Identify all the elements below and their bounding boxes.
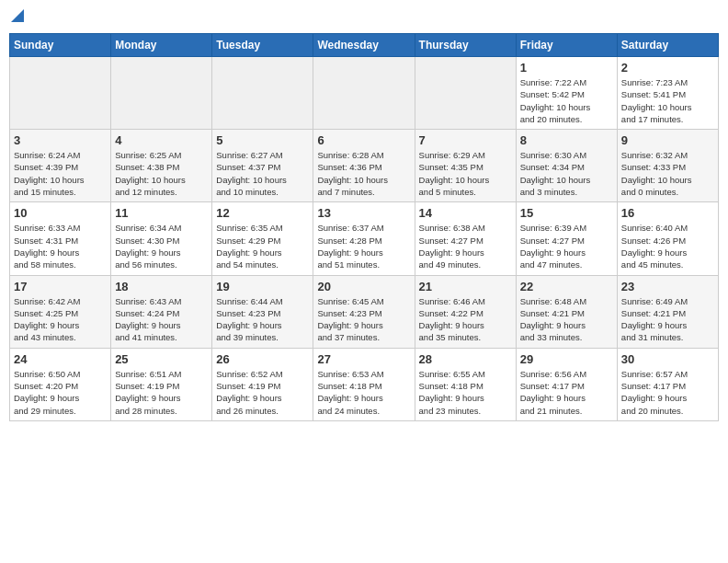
day-info: Sunrise: 6:48 AM Sunset: 4:21 PM Dayligh… — [520, 295, 613, 344]
day-info: Sunrise: 6:40 AM Sunset: 4:26 PM Dayligh… — [621, 222, 714, 270]
day-number: 9 — [621, 133, 714, 147]
calendar-day-cell: 24Sunrise: 6:50 AM Sunset: 4:20 PM Dayli… — [10, 348, 111, 420]
calendar-day-cell — [111, 57, 212, 130]
calendar-day-cell: 16Sunrise: 6:40 AM Sunset: 4:26 PM Dayli… — [617, 202, 718, 275]
day-number: 24 — [14, 352, 107, 366]
calendar-table: SundayMondayTuesdayWednesdayThursdayFrid… — [9, 33, 719, 421]
day-number: 25 — [115, 352, 208, 366]
weekday-header: Friday — [516, 34, 617, 57]
day-number: 1 — [520, 61, 613, 75]
calendar-day-cell: 1Sunrise: 7:22 AM Sunset: 5:42 PM Daylig… — [516, 57, 617, 130]
weekday-header-row: SundayMondayTuesdayWednesdayThursdayFrid… — [10, 34, 719, 57]
calendar-day-cell — [212, 57, 313, 130]
day-number: 14 — [419, 206, 512, 220]
day-info: Sunrise: 6:32 AM Sunset: 4:33 PM Dayligh… — [621, 149, 714, 198]
calendar-day-cell: 14Sunrise: 6:38 AM Sunset: 4:27 PM Dayli… — [415, 202, 516, 275]
calendar-week-row: 24Sunrise: 6:50 AM Sunset: 4:20 PM Dayli… — [10, 348, 719, 420]
day-info: Sunrise: 6:46 AM Sunset: 4:22 PM Dayligh… — [419, 295, 512, 344]
day-info: Sunrise: 6:33 AM Sunset: 4:31 PM Dayligh… — [14, 222, 107, 270]
day-info: Sunrise: 6:37 AM Sunset: 4:28 PM Dayligh… — [317, 222, 410, 270]
calendar-day-cell: 5Sunrise: 6:27 AM Sunset: 4:37 PM Daylig… — [212, 130, 313, 202]
day-info: Sunrise: 6:52 AM Sunset: 4:19 PM Dayligh… — [216, 368, 309, 417]
day-number: 29 — [520, 352, 613, 366]
weekday-header: Thursday — [415, 34, 516, 57]
day-info: Sunrise: 6:29 AM Sunset: 4:35 PM Dayligh… — [419, 149, 512, 198]
day-info: Sunrise: 6:50 AM Sunset: 4:20 PM Dayligh… — [14, 368, 107, 417]
svg-marker-0 — [11, 9, 24, 22]
day-number: 20 — [317, 280, 410, 293]
calendar-week-row: 3Sunrise: 6:24 AM Sunset: 4:39 PM Daylig… — [10, 130, 719, 202]
day-info: Sunrise: 6:38 AM Sunset: 4:27 PM Dayligh… — [419, 222, 512, 270]
calendar-day-cell: 30Sunrise: 6:57 AM Sunset: 4:17 PM Dayli… — [617, 348, 718, 420]
calendar-day-cell: 10Sunrise: 6:33 AM Sunset: 4:31 PM Dayli… — [10, 202, 111, 275]
calendar-week-row: 1Sunrise: 7:22 AM Sunset: 5:42 PM Daylig… — [10, 57, 719, 130]
weekday-header: Saturday — [617, 34, 718, 57]
day-number: 12 — [216, 206, 309, 220]
calendar-week-row: 10Sunrise: 6:33 AM Sunset: 4:31 PM Dayli… — [10, 202, 719, 275]
day-number: 3 — [14, 133, 107, 147]
day-number: 6 — [317, 133, 410, 147]
day-number: 26 — [216, 352, 309, 366]
day-number: 7 — [419, 133, 512, 147]
calendar-day-cell: 26Sunrise: 6:52 AM Sunset: 4:19 PM Dayli… — [212, 348, 313, 420]
calendar-day-cell: 2Sunrise: 7:23 AM Sunset: 5:41 PM Daylig… — [617, 57, 718, 130]
calendar-day-cell — [10, 57, 111, 130]
day-number: 11 — [115, 206, 208, 220]
day-info: Sunrise: 6:56 AM Sunset: 4:17 PM Dayligh… — [520, 368, 613, 417]
calendar-day-cell: 22Sunrise: 6:48 AM Sunset: 4:21 PM Dayli… — [516, 275, 617, 348]
day-number: 30 — [621, 352, 714, 366]
day-info: Sunrise: 6:57 AM Sunset: 4:17 PM Dayligh… — [621, 368, 714, 417]
calendar-week-row: 17Sunrise: 6:42 AM Sunset: 4:25 PM Dayli… — [10, 275, 719, 348]
day-info: Sunrise: 6:53 AM Sunset: 4:18 PM Dayligh… — [317, 368, 410, 417]
day-info: Sunrise: 6:51 AM Sunset: 4:19 PM Dayligh… — [115, 368, 208, 417]
day-number: 23 — [621, 280, 714, 293]
day-number: 21 — [419, 280, 512, 293]
calendar-day-cell: 27Sunrise: 6:53 AM Sunset: 4:18 PM Dayli… — [313, 348, 415, 420]
calendar-day-cell: 11Sunrise: 6:34 AM Sunset: 4:30 PM Dayli… — [111, 202, 212, 275]
day-number: 27 — [317, 352, 410, 366]
day-number: 8 — [520, 133, 613, 147]
day-info: Sunrise: 6:39 AM Sunset: 4:27 PM Dayligh… — [520, 222, 613, 270]
calendar-day-cell — [313, 57, 415, 130]
calendar-day-cell: 8Sunrise: 6:30 AM Sunset: 4:34 PM Daylig… — [516, 130, 617, 202]
logo — [9, 9, 24, 26]
day-number: 2 — [621, 61, 714, 75]
day-info: Sunrise: 7:23 AM Sunset: 5:41 PM Dayligh… — [621, 76, 714, 125]
day-number: 18 — [115, 280, 208, 293]
weekday-header: Tuesday — [212, 34, 313, 57]
day-number: 5 — [216, 133, 309, 147]
day-number: 28 — [419, 352, 512, 366]
day-number: 17 — [14, 280, 107, 293]
calendar-day-cell: 18Sunrise: 6:43 AM Sunset: 4:24 PM Dayli… — [111, 275, 212, 348]
day-number: 4 — [115, 133, 208, 147]
weekday-header: Sunday — [10, 34, 111, 57]
day-number: 13 — [317, 206, 410, 220]
calendar-day-cell: 23Sunrise: 6:49 AM Sunset: 4:21 PM Dayli… — [617, 275, 718, 348]
day-info: Sunrise: 6:25 AM Sunset: 4:38 PM Dayligh… — [115, 149, 208, 198]
calendar-day-cell: 9Sunrise: 6:32 AM Sunset: 4:33 PM Daylig… — [617, 130, 718, 202]
calendar-day-cell: 20Sunrise: 6:45 AM Sunset: 4:23 PM Dayli… — [313, 275, 415, 348]
calendar-day-cell: 12Sunrise: 6:35 AM Sunset: 4:29 PM Dayli… — [212, 202, 313, 275]
day-info: Sunrise: 6:35 AM Sunset: 4:29 PM Dayligh… — [216, 222, 309, 270]
logo-triangle-icon — [11, 9, 24, 26]
calendar-day-cell — [415, 57, 516, 130]
calendar-day-cell: 17Sunrise: 6:42 AM Sunset: 4:25 PM Dayli… — [10, 275, 111, 348]
calendar-day-cell: 21Sunrise: 6:46 AM Sunset: 4:22 PM Dayli… — [415, 275, 516, 348]
calendar-day-cell: 28Sunrise: 6:55 AM Sunset: 4:18 PM Dayli… — [415, 348, 516, 420]
day-number: 15 — [520, 206, 613, 220]
day-info: Sunrise: 6:44 AM Sunset: 4:23 PM Dayligh… — [216, 295, 309, 344]
weekday-header: Monday — [111, 34, 212, 57]
calendar-day-cell: 6Sunrise: 6:28 AM Sunset: 4:36 PM Daylig… — [313, 130, 415, 202]
day-info: Sunrise: 6:42 AM Sunset: 4:25 PM Dayligh… — [14, 295, 107, 344]
calendar-day-cell: 13Sunrise: 6:37 AM Sunset: 4:28 PM Dayli… — [313, 202, 415, 275]
page-header — [9, 9, 719, 26]
calendar-day-cell: 15Sunrise: 6:39 AM Sunset: 4:27 PM Dayli… — [516, 202, 617, 275]
day-info: Sunrise: 7:22 AM Sunset: 5:42 PM Dayligh… — [520, 76, 613, 125]
day-info: Sunrise: 6:30 AM Sunset: 4:34 PM Dayligh… — [520, 149, 613, 198]
day-number: 16 — [621, 206, 714, 220]
calendar-day-cell: 25Sunrise: 6:51 AM Sunset: 4:19 PM Dayli… — [111, 348, 212, 420]
day-info: Sunrise: 6:27 AM Sunset: 4:37 PM Dayligh… — [216, 149, 309, 198]
day-number: 19 — [216, 280, 309, 293]
day-number: 10 — [14, 206, 107, 220]
day-info: Sunrise: 6:49 AM Sunset: 4:21 PM Dayligh… — [621, 295, 714, 344]
